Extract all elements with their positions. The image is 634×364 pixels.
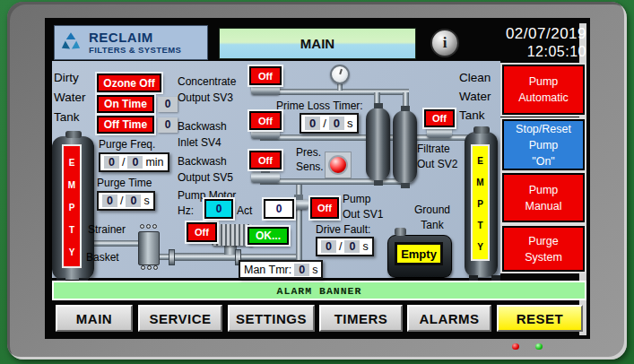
- red-led-icon: [328, 155, 348, 175]
- drive-fault-label: Drive Fault:: [316, 221, 370, 238]
- hz-setpoint[interactable]: 0: [204, 199, 233, 219]
- prime-loss-v1: 0: [305, 117, 320, 130]
- purge-freq-label: Purge Freq.: [99, 136, 155, 152]
- on-time-button[interactable]: On Time: [97, 95, 154, 113]
- sv3-valve-icon: [251, 84, 280, 95]
- pipe-segment-sv3: [260, 89, 409, 95]
- pressure-gauge-icon: [330, 65, 350, 84]
- date-display: 02/07/2019: [450, 24, 586, 43]
- purge-freq-v1: 0: [104, 156, 119, 169]
- sv3-state-button[interactable]: Off: [249, 66, 282, 85]
- purge-time-unit: s: [143, 195, 149, 207]
- nav-service-button[interactable]: SERVICE: [138, 305, 222, 332]
- sv4-state-button[interactable]: Off: [249, 111, 282, 130]
- logo-line2: FILTERS & SYSTEMS: [89, 45, 181, 55]
- man-tmr-box: Man Tmr: 0 s: [239, 260, 323, 279]
- purge-time-label: Purge Time: [97, 175, 152, 191]
- filter-column-1: [366, 108, 390, 181]
- separator: /: [323, 117, 326, 130]
- off-time-button[interactable]: Off Time: [97, 116, 154, 134]
- drive-fault-box: 0 / 0 s: [316, 237, 374, 256]
- ground-tank-cap: [395, 228, 406, 236]
- purge-freq-v2: 0: [127, 156, 143, 169]
- recycle-icon: [58, 30, 83, 56]
- logo-text: RECLAIM FILTERS & SYSTEMS: [89, 30, 181, 55]
- page-title: MAIN: [219, 28, 416, 59]
- strainer-label: Strainer: [88, 221, 126, 238]
- ozone-button[interactable]: Ozone Off: [97, 74, 161, 92]
- filter-column-2: [393, 110, 417, 184]
- act-label: Act: [237, 203, 252, 219]
- alarm-banner: ALARM BANNER: [54, 282, 585, 299]
- drive-fault-v1: 0: [321, 240, 336, 253]
- separator: /: [120, 195, 123, 207]
- stop-reset-pump-button[interactable]: Stop/Reset Pump "On": [502, 119, 585, 170]
- purge-freq-unit: min: [145, 156, 163, 169]
- clean-water-tank: E M P T Y: [465, 132, 498, 277]
- basket-label: Basket: [86, 249, 119, 265]
- dirty-tank-label: Dirty Water Tank: [54, 68, 100, 127]
- man-tmr-label: Man Tmr:: [244, 264, 291, 276]
- separator: /: [339, 240, 342, 253]
- purge-time-v1: 0: [102, 195, 117, 207]
- act-value: 0: [264, 199, 294, 219]
- prime-loss-v2: 0: [329, 117, 344, 130]
- pump-manual-button[interactable]: Pump Manual: [502, 173, 585, 222]
- pump-automatic-button[interactable]: Pump Automatic: [502, 65, 585, 115]
- sv5-state-button[interactable]: Off: [249, 151, 282, 169]
- strainer-vents: [140, 224, 157, 229]
- pres-sens-label: Pres. Sens.: [296, 145, 324, 174]
- strainer-drains: [141, 265, 158, 270]
- prime-loss-box: 0 / 0 s: [300, 113, 359, 134]
- ground-tank-label: Ground Tank: [407, 203, 457, 233]
- sv5-label: Backwash Output SV5: [178, 153, 233, 186]
- clean-tank-level-indicator: E M P T Y: [471, 144, 490, 261]
- screen: RECLAIM FILTERS & SYSTEMS MAIN i 02/07/2…: [45, 18, 590, 339]
- nav-reset-button[interactable]: RESET: [497, 305, 583, 332]
- pressure-sensor-led: [325, 152, 352, 178]
- on-time-value: 0: [158, 97, 178, 112]
- sv5-valve-icon: [251, 172, 280, 183]
- man-tmr-unit: s: [312, 264, 317, 276]
- status-led-green: [535, 343, 543, 350]
- drive-status-indicator: OK...: [248, 227, 289, 245]
- hmi-panel: RECLAIM FILTERS & SYSTEMS MAIN i 02/07/2…: [0, 0, 634, 364]
- sv2-label: Filtrate Out SV2: [417, 142, 457, 172]
- nav-timers-button[interactable]: TIMERS: [319, 305, 403, 332]
- separator: /: [122, 156, 125, 169]
- nav-main-button[interactable]: MAIN: [56, 305, 133, 332]
- strainer-basket: [138, 231, 160, 265]
- purge-system-button[interactable]: Purge System: [502, 226, 585, 272]
- sv1-label: Pump Out SV1: [343, 192, 383, 222]
- datetime-display: 02/07/2019 12:05:10: [450, 24, 586, 60]
- purge-time-v2: 0: [126, 195, 141, 207]
- pump-motor-state-button[interactable]: Off: [187, 222, 217, 242]
- pipe-segment: [240, 254, 300, 260]
- nav-alarms-button[interactable]: ALARMS: [407, 305, 491, 332]
- sv3-label: Concentrate Output SV3: [178, 74, 236, 106]
- prime-loss-label: Prime Loss Timer:: [276, 98, 363, 114]
- sv1-state-button[interactable]: Off: [310, 197, 339, 219]
- purge-time-box: 0 / 0 s: [97, 191, 155, 211]
- nav-settings-button[interactable]: SETTINGS: [228, 305, 315, 332]
- status-led-red: [512, 343, 519, 350]
- man-tmr-value: 0: [294, 264, 309, 276]
- alarm-banner-frame: ALARM BANNER: [52, 281, 586, 300]
- company-logo: RECLAIM FILTERS & SYSTEMS: [54, 25, 208, 60]
- dirty-tank-level-indicator: E M P T Y: [62, 144, 82, 268]
- pipe-segment: [337, 83, 343, 91]
- pipe-segment: [90, 240, 138, 247]
- sv4-label: Backwash Inlet SV4: [178, 118, 227, 151]
- purge-freq-box: 0 / 0 min: [99, 152, 169, 172]
- drive-fault-unit: s: [362, 240, 368, 253]
- info-icon: i: [443, 34, 447, 52]
- sv2-state-button[interactable]: Off: [424, 109, 455, 127]
- pipe-flange: [169, 249, 175, 265]
- logo-line1: RECLAIM: [89, 30, 181, 45]
- clean-tank-label: Clean Water Tank: [459, 68, 500, 125]
- hz-label: Hz:: [178, 203, 194, 219]
- pipe-segment-sv5: [260, 178, 409, 185]
- time-display: 12:05:10: [450, 43, 586, 60]
- ground-tank-status: Empty: [395, 242, 443, 265]
- prime-loss-unit: s: [347, 117, 353, 130]
